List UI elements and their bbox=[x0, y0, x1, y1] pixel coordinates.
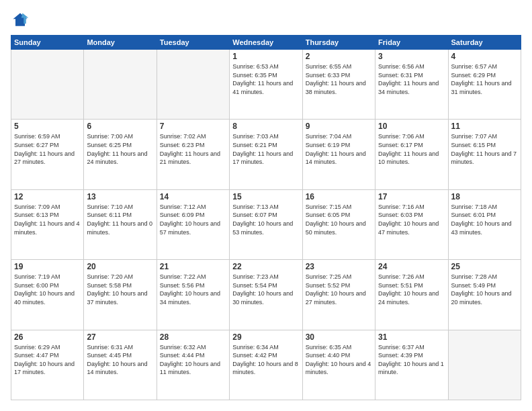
calendar-cell: 26Sunrise: 6:29 AM Sunset: 4:47 PM Dayli… bbox=[11, 330, 84, 400]
day-info: Sunrise: 7:06 AM Sunset: 6:17 PM Dayligh… bbox=[378, 132, 445, 166]
calendar-cell: 17Sunrise: 7:16 AM Sunset: 6:03 PM Dayli… bbox=[375, 189, 448, 259]
day-number: 26 bbox=[14, 332, 81, 342]
day-number: 30 bbox=[306, 332, 372, 342]
day-number: 1 bbox=[232, 52, 299, 61]
day-number: 23 bbox=[306, 262, 372, 271]
calendar-cell: 18Sunrise: 7:18 AM Sunset: 6:01 PM Dayli… bbox=[448, 189, 521, 259]
logo-icon bbox=[11, 11, 30, 30]
day-info: Sunrise: 7:12 AM Sunset: 6:09 PM Dayligh… bbox=[160, 203, 226, 236]
day-info: Sunrise: 6:32 AM Sunset: 4:44 PM Dayligh… bbox=[160, 343, 226, 377]
calendar-cell: 24Sunrise: 7:26 AM Sunset: 5:51 PM Dayli… bbox=[375, 260, 448, 330]
day-info: Sunrise: 6:55 AM Sunset: 6:33 PM Dayligh… bbox=[306, 62, 372, 96]
calendar-week-row: 1Sunrise: 6:53 AM Sunset: 6:35 PM Daylig… bbox=[11, 50, 521, 120]
day-number: 9 bbox=[306, 122, 372, 131]
day-number: 16 bbox=[306, 192, 372, 201]
calendar-cell: 12Sunrise: 7:09 AM Sunset: 6:13 PM Dayli… bbox=[11, 189, 84, 259]
day-number: 25 bbox=[451, 262, 518, 271]
calendar-cell: 27Sunrise: 6:31 AM Sunset: 4:45 PM Dayli… bbox=[84, 330, 157, 400]
weekday-header-tuesday: Tuesday bbox=[157, 36, 229, 50]
calendar-cell: 6Sunrise: 7:00 AM Sunset: 6:25 PM Daylig… bbox=[84, 120, 157, 189]
day-number: 20 bbox=[87, 262, 153, 271]
day-number: 5 bbox=[14, 122, 81, 131]
calendar-cell: 29Sunrise: 6:34 AM Sunset: 4:42 PM Dayli… bbox=[230, 330, 302, 400]
calendar-cell: 8Sunrise: 7:03 AM Sunset: 6:21 PM Daylig… bbox=[230, 120, 302, 189]
logo bbox=[11, 11, 32, 30]
calendar-cell: 4Sunrise: 6:57 AM Sunset: 6:29 PM Daylig… bbox=[448, 50, 521, 120]
day-info: Sunrise: 7:02 AM Sunset: 6:23 PM Dayligh… bbox=[160, 132, 226, 166]
day-info: Sunrise: 7:18 AM Sunset: 6:01 PM Dayligh… bbox=[451, 203, 518, 236]
day-info: Sunrise: 7:13 AM Sunset: 6:07 PM Dayligh… bbox=[232, 203, 299, 236]
day-number: 17 bbox=[378, 192, 445, 201]
calendar-cell bbox=[11, 50, 84, 120]
day-number: 28 bbox=[160, 332, 226, 342]
day-number: 3 bbox=[378, 52, 445, 61]
day-info: Sunrise: 7:23 AM Sunset: 5:54 PM Dayligh… bbox=[232, 273, 299, 306]
day-number: 12 bbox=[14, 192, 81, 201]
day-number: 19 bbox=[14, 262, 81, 271]
calendar-cell: 28Sunrise: 6:32 AM Sunset: 4:44 PM Dayli… bbox=[157, 330, 229, 400]
calendar-week-row: 19Sunrise: 7:19 AM Sunset: 6:00 PM Dayli… bbox=[11, 260, 521, 330]
day-info: Sunrise: 7:25 AM Sunset: 5:52 PM Dayligh… bbox=[306, 273, 372, 306]
weekday-header-sunday: Sunday bbox=[11, 36, 84, 50]
day-info: Sunrise: 7:22 AM Sunset: 5:56 PM Dayligh… bbox=[160, 273, 226, 306]
day-info: Sunrise: 6:37 AM Sunset: 4:39 PM Dayligh… bbox=[378, 343, 445, 377]
day-info: Sunrise: 7:03 AM Sunset: 6:21 PM Dayligh… bbox=[232, 132, 299, 166]
weekday-header-wednesday: Wednesday bbox=[230, 36, 302, 50]
day-number: 8 bbox=[232, 122, 299, 131]
weekday-header-monday: Monday bbox=[84, 36, 157, 50]
day-info: Sunrise: 6:31 AM Sunset: 4:45 PM Dayligh… bbox=[87, 343, 153, 377]
calendar-week-row: 26Sunrise: 6:29 AM Sunset: 4:47 PM Dayli… bbox=[11, 330, 521, 400]
calendar-cell: 9Sunrise: 7:04 AM Sunset: 6:19 PM Daylig… bbox=[302, 120, 375, 189]
day-info: Sunrise: 7:28 AM Sunset: 5:49 PM Dayligh… bbox=[451, 273, 518, 306]
calendar-cell: 11Sunrise: 7:07 AM Sunset: 6:15 PM Dayli… bbox=[448, 120, 521, 189]
calendar-cell: 23Sunrise: 7:25 AM Sunset: 5:52 PM Dayli… bbox=[302, 260, 375, 330]
day-info: Sunrise: 7:09 AM Sunset: 6:13 PM Dayligh… bbox=[14, 203, 81, 236]
day-info: Sunrise: 6:59 AM Sunset: 6:27 PM Dayligh… bbox=[14, 132, 81, 166]
weekday-header-saturday: Saturday bbox=[448, 36, 521, 50]
calendar-cell: 30Sunrise: 6:35 AM Sunset: 4:40 PM Dayli… bbox=[302, 330, 375, 400]
day-number: 31 bbox=[378, 332, 445, 342]
day-number: 18 bbox=[451, 192, 518, 201]
day-info: Sunrise: 7:07 AM Sunset: 6:15 PM Dayligh… bbox=[451, 132, 518, 166]
calendar-cell: 15Sunrise: 7:13 AM Sunset: 6:07 PM Dayli… bbox=[230, 189, 302, 259]
day-info: Sunrise: 6:34 AM Sunset: 4:42 PM Dayligh… bbox=[232, 343, 299, 377]
day-info: Sunrise: 6:57 AM Sunset: 6:29 PM Dayligh… bbox=[451, 62, 518, 96]
calendar-cell: 25Sunrise: 7:28 AM Sunset: 5:49 PM Dayli… bbox=[448, 260, 521, 330]
day-info: Sunrise: 7:20 AM Sunset: 5:58 PM Dayligh… bbox=[87, 273, 153, 306]
day-info: Sunrise: 7:15 AM Sunset: 6:05 PM Dayligh… bbox=[306, 203, 372, 236]
calendar-week-row: 5Sunrise: 6:59 AM Sunset: 6:27 PM Daylig… bbox=[11, 120, 521, 189]
calendar-cell: 5Sunrise: 6:59 AM Sunset: 6:27 PM Daylig… bbox=[11, 120, 84, 189]
day-info: Sunrise: 6:35 AM Sunset: 4:40 PM Dayligh… bbox=[306, 343, 372, 377]
day-number: 27 bbox=[87, 332, 153, 342]
day-number: 2 bbox=[306, 52, 372, 61]
day-info: Sunrise: 6:53 AM Sunset: 6:35 PM Dayligh… bbox=[232, 62, 299, 96]
day-number: 21 bbox=[160, 262, 226, 271]
day-number: 6 bbox=[87, 122, 153, 131]
calendar-cell bbox=[157, 50, 229, 120]
calendar-cell: 21Sunrise: 7:22 AM Sunset: 5:56 PM Dayli… bbox=[157, 260, 229, 330]
calendar-cell: 16Sunrise: 7:15 AM Sunset: 6:05 PM Dayli… bbox=[302, 189, 375, 259]
weekday-header-thursday: Thursday bbox=[302, 36, 375, 50]
day-info: Sunrise: 7:19 AM Sunset: 6:00 PM Dayligh… bbox=[14, 273, 81, 306]
day-number: 11 bbox=[451, 122, 518, 131]
day-info: Sunrise: 7:26 AM Sunset: 5:51 PM Dayligh… bbox=[378, 273, 445, 306]
calendar-table: SundayMondayTuesdayWednesdayThursdayFrid… bbox=[11, 35, 521, 400]
calendar-cell: 19Sunrise: 7:19 AM Sunset: 6:00 PM Dayli… bbox=[11, 260, 84, 330]
calendar-cell: 31Sunrise: 6:37 AM Sunset: 4:39 PM Dayli… bbox=[375, 330, 448, 400]
day-info: Sunrise: 7:00 AM Sunset: 6:25 PM Dayligh… bbox=[87, 132, 153, 166]
calendar-cell: 14Sunrise: 7:12 AM Sunset: 6:09 PM Dayli… bbox=[157, 189, 229, 259]
day-number: 13 bbox=[87, 192, 153, 201]
calendar-cell: 2Sunrise: 6:55 AM Sunset: 6:33 PM Daylig… bbox=[302, 50, 375, 120]
day-number: 15 bbox=[232, 192, 299, 201]
day-number: 24 bbox=[378, 262, 445, 271]
day-number: 7 bbox=[160, 122, 226, 131]
calendar-cell: 7Sunrise: 7:02 AM Sunset: 6:23 PM Daylig… bbox=[157, 120, 229, 189]
calendar-cell: 1Sunrise: 6:53 AM Sunset: 6:35 PM Daylig… bbox=[230, 50, 302, 120]
day-number: 4 bbox=[451, 52, 518, 61]
day-info: Sunrise: 7:16 AM Sunset: 6:03 PM Dayligh… bbox=[378, 203, 445, 236]
page-header bbox=[11, 11, 521, 30]
day-number: 14 bbox=[160, 192, 226, 201]
calendar-week-row: 12Sunrise: 7:09 AM Sunset: 6:13 PM Dayli… bbox=[11, 189, 521, 259]
day-info: Sunrise: 6:56 AM Sunset: 6:31 PM Dayligh… bbox=[378, 62, 445, 96]
day-info: Sunrise: 6:29 AM Sunset: 4:47 PM Dayligh… bbox=[14, 343, 81, 377]
